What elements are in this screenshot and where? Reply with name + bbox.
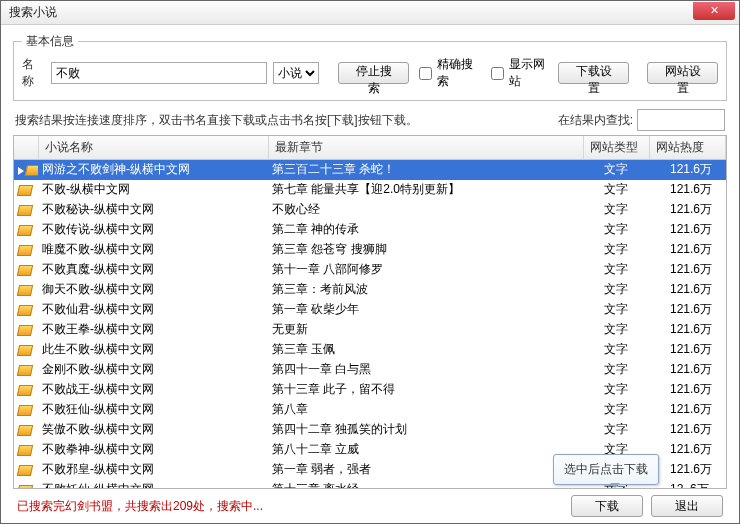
cell-type: 文字 [600,320,666,340]
cell-name: 不败真魔-纵横中文网 [38,260,268,280]
exact-search-input[interactable] [419,67,432,80]
cell-chapter: 第七章 能量共享【迎2.0特别更新】 [268,180,600,200]
book-icon [17,465,33,476]
cell-chapter: 第一章 弱者，强者 [268,460,600,480]
book-icon [17,225,33,236]
table-row[interactable]: 网游之不败剑神-纵横中文网第三百二十三章 杀蛇！文字121.6万 [14,160,726,180]
cell-heat: 121.6万 [666,180,726,200]
exact-search-checkbox[interactable]: 精确搜索 [415,56,481,90]
results-grid: 小说名称 最新章节 网站类型 网站热度 网游之不败剑神-纵横中文网第三百二十三章… [13,135,727,489]
cell-name: 不败妖仙-纵横中文网 [38,480,268,488]
cell-name: 不败战王-纵横中文网 [38,380,268,400]
book-icon [17,385,33,396]
find-input[interactable] [637,109,725,131]
cell-heat: 121.6万 [666,340,726,360]
col-name[interactable]: 小说名称 [38,136,268,160]
show-site-input[interactable] [491,67,504,80]
cell-name: 网游之不败剑神-纵横中文网 [38,160,268,180]
book-icon [17,405,33,416]
status-text: 已搜索完幻剑书盟，共搜索出209处，搜索中... [17,498,263,515]
col-heat[interactable]: 网站热度 [650,136,726,160]
table-row[interactable]: 御天不败-纵横中文网第三章：考前风波文字121.6万 [14,280,726,300]
site-settings-button[interactable]: 网站设置 [647,62,718,84]
sort-hint: 搜索结果按连接速度排序，双击书名直接下载或点击书名按[下载]按钮下载。 [15,112,418,129]
cell-heat: 121.6万 [666,320,726,340]
table-row[interactable]: 此生不败-纵横中文网第三章 玉佩文字121.6万 [14,340,726,360]
cell-name: 笑傲不败-纵横中文网 [38,420,268,440]
cell-type: 文字 [600,300,666,320]
basic-legend: 基本信息 [22,33,78,50]
cell-heat: 121.6万 [666,220,726,240]
cell-chapter: 不败心经 [268,200,600,220]
cell-type: 文字 [600,180,666,200]
cell-name: 不败邪皇-纵横中文网 [38,460,268,480]
col-type[interactable]: 网站类型 [584,136,650,160]
table-row[interactable]: 不败王拳-纵横中文网无更新文字121.6万 [14,320,726,340]
table-row[interactable]: 不败传说-纵横中文网第二章 神的传承文字121.6万 [14,220,726,240]
name-input[interactable] [51,62,267,84]
cell-heat: 121.6万 [666,460,726,480]
table-row[interactable]: 不败秘诀-纵横中文网不败心经文字121.6万 [14,200,726,220]
cell-heat: 121.6万 [666,360,726,380]
cell-heat: 121.6万 [666,200,726,220]
cell-name: 金刚不败-纵横中文网 [38,360,268,380]
book-icon [17,485,33,489]
cell-name: 御天不败-纵横中文网 [38,280,268,300]
cell-heat: 121.6万 [666,160,726,180]
results-body-scroll[interactable]: 网游之不败剑神-纵横中文网第三百二十三章 杀蛇！文字121.6万不败-纵横中文网… [14,160,726,488]
table-row[interactable]: 不败仙君-纵横中文网第一章 砍柴少年文字121.6万 [14,300,726,320]
cell-type: 文字 [600,280,666,300]
cell-heat: 121.6万 [666,420,726,440]
cell-type: 文字 [600,360,666,380]
table-row[interactable]: 不败战王-纵横中文网第十三章 此子，留不得文字121.6万 [14,380,726,400]
window-title: 搜索小说 [5,4,693,21]
cell-name: 不败王拳-纵横中文网 [38,320,268,340]
cell-chapter: 第八章 [268,400,600,420]
cell-type: 文字 [600,340,666,360]
results-table-head: 小说名称 最新章节 网站类型 网站热度 [14,136,726,160]
cell-type: 文字 [600,240,666,260]
download-settings-button[interactable]: 下载设置 [558,62,629,84]
col-chapter[interactable]: 最新章节 [268,136,584,160]
cell-chapter: 第十三章 此子，留不得 [268,380,600,400]
book-icon [25,165,38,176]
cell-heat: 121.6万 [666,380,726,400]
stop-search-button[interactable]: 停止搜索 [338,62,409,84]
basic-info-group: 基本信息 名称 小说 停止搜索 精确搜索 显示网站 下载设置 [13,33,727,101]
table-row[interactable]: 不败-纵横中文网第七章 能量共享【迎2.0特别更新】文字121.6万 [14,180,726,200]
cell-chapter: 第四十二章 独孤笑的计划 [268,420,600,440]
hint-row: 搜索结果按连接速度排序，双击书名直接下载或点击书名按[下载]按钮下载。 在结果内… [13,109,727,135]
cell-name: 唯魔不败-纵横中文网 [38,240,268,260]
book-icon [17,245,33,256]
cell-chapter: 第三章 玉佩 [268,340,600,360]
table-row[interactable]: 金刚不败-纵横中文网第四十一章 白与黑文字121.6万 [14,360,726,380]
exit-button[interactable]: 退出 [651,495,723,517]
cell-name: 不败-纵横中文网 [38,180,268,200]
cell-heat: 121.6万 [666,260,726,280]
table-row[interactable]: 笑傲不败-纵横中文网第四十二章 独孤笑的计划文字121.6万 [14,420,726,440]
book-icon [17,205,33,216]
book-icon [17,425,33,436]
statusbar: 已搜索完幻剑书盟，共搜索出209处，搜索中... 下载 退出 [13,489,727,517]
show-site-checkbox[interactable]: 显示网站 [487,56,553,90]
content: 基本信息 名称 小说 停止搜索 精确搜索 显示网站 下载设置 [1,25,739,523]
cell-name: 不败秘诀-纵横中文网 [38,200,268,220]
cell-chapter: 第四十一章 白与黑 [268,360,600,380]
table-row[interactable]: 不败狂仙-纵横中文网第八章文字121.6万 [14,400,726,420]
cell-type: 文字 [600,160,666,180]
download-button[interactable]: 下载 [571,495,643,517]
cell-name: 不败传说-纵横中文网 [38,220,268,240]
cell-heat: 121.6万 [666,400,726,420]
type-select[interactable]: 小说 [273,62,319,84]
tooltip: 选中后点击下载 [553,454,659,485]
col-icon[interactable] [14,136,38,160]
close-icon: ✕ [710,4,719,17]
book-icon [17,345,33,356]
cell-name: 此生不败-纵横中文网 [38,340,268,360]
cell-type: 文字 [600,260,666,280]
table-row[interactable]: 唯魔不败-纵横中文网第三章 怨苍穹 搜狮脚文字121.6万 [14,240,726,260]
table-row[interactable]: 不败真魔-纵横中文网第十一章 八部阿修罗文字121.6万 [14,260,726,280]
close-button[interactable]: ✕ [693,2,735,20]
name-label: 名称 [22,56,45,90]
cell-chapter: 第十一章 八部阿修罗 [268,260,600,280]
